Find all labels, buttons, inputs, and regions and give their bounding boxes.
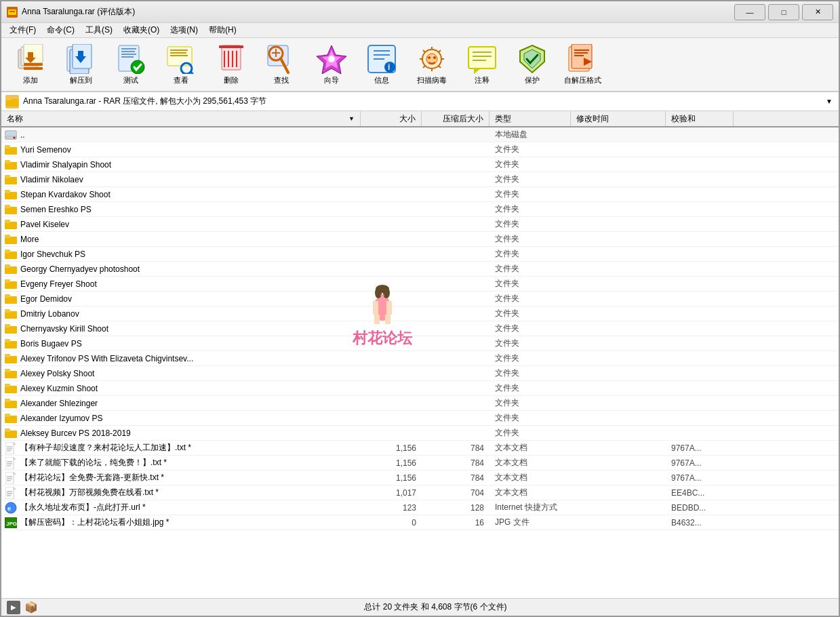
list-item[interactable]: Evgeny Freyer Shoot 文件夹: [1, 277, 839, 292]
status-icon2: 📦: [24, 601, 38, 614]
list-item[interactable]: 【来了就能下载的论坛，纯免费！】.txt * 1,156 784 文本文档 97…: [1, 456, 839, 471]
file-icon: [4, 352, 18, 365]
extract-button[interactable]: 解压到: [57, 41, 104, 87]
file-type: 文件夹: [489, 174, 571, 185]
file-type: 本地磁盘: [489, 129, 571, 140]
list-item[interactable]: Boris Bugaev PS 文件夹: [1, 336, 839, 351]
list-item[interactable]: Chernyavsky Kirill Shoot 文件夹: [1, 321, 839, 336]
file-name: 【有种子却没速度？来村花论坛人工加速】.txt *: [18, 442, 361, 454]
list-item[interactable]: Vladimir Shalyapin Shoot 文件夹: [1, 157, 839, 172]
svg-rect-15: [121, 56, 134, 58]
file-icon: [4, 218, 18, 231]
minimize-button[interactable]: —: [734, 4, 765, 20]
svg-line-52: [439, 50, 441, 52]
file-name: Boris Bugaev PS: [18, 339, 361, 349]
find-label: 查找: [274, 75, 289, 85]
list-item[interactable]: Alexey Kuzmin Shoot 文件夹: [1, 381, 839, 396]
maximize-button[interactable]: □: [768, 4, 799, 20]
list-item[interactable]: Alexander Izyumov PS 文件夹: [1, 411, 839, 426]
list-item[interactable]: Alexander Shlezinger 文件夹: [1, 396, 839, 411]
list-item[interactable]: Georgy Chernyadyev photoshoot 文件夹: [1, 262, 839, 277]
protect-button[interactable]: 保护: [508, 41, 556, 87]
file-type: Internet 快捷方式: [489, 502, 571, 513]
list-item[interactable]: Stepan Kvardakov Shoot 文件夹: [1, 187, 839, 202]
file-icon: [4, 441, 18, 455]
file-type: 文本文档: [489, 487, 571, 498]
list-item[interactable]: Egor Demidov 文件夹: [1, 292, 839, 306]
list-item[interactable]: More 文件夹: [1, 232, 839, 247]
file-name: Yuri Semenov: [18, 145, 361, 155]
list-item[interactable]: 【村花视频】万部视频免费在线看.txt * 1,017 704 文本文档 EE4…: [1, 485, 839, 500]
file-icon: JPG: [4, 516, 18, 530]
col-header-checksum[interactable]: 校验和: [666, 111, 734, 126]
col-header-modified[interactable]: 修改时间: [571, 111, 666, 126]
svg-rect-14: [121, 54, 136, 55]
file-icon: [4, 367, 18, 380]
menu-file[interactable]: 文件(F): [4, 24, 41, 37]
svg-rect-107: [5, 399, 10, 402]
svg-rect-63: [574, 49, 589, 51]
path-dropdown[interactable]: ▼: [824, 96, 835, 107]
list-item[interactable]: Dmitriy Lobanov 文件夹: [1, 306, 839, 321]
status-bar: ▶ 📦 总计 20 文件夹 和 4,608 字节(6 个文件): [1, 598, 839, 616]
file-type: 文件夹: [489, 427, 571, 439]
menu-tools[interactable]: 工具(S): [80, 24, 118, 37]
col-header-size[interactable]: 大小: [361, 111, 422, 126]
list-item[interactable]: .. 本地磁盘: [1, 127, 839, 142]
svg-point-45: [428, 56, 431, 59]
list-item[interactable]: Yuri Semenov 文件夹: [1, 142, 839, 157]
list-item[interactable]: Igor Shevchuk PS 文件夹: [1, 247, 839, 262]
file-name: Stepan Kvardakov Shoot: [18, 190, 361, 199]
list-item[interactable]: Vladimir Nikolaev 文件夹: [1, 172, 839, 187]
comment-button[interactable]: 注释: [458, 41, 506, 87]
svg-rect-95: [5, 309, 10, 313]
svg-rect-75: [5, 160, 10, 163]
file-size: 123: [361, 503, 422, 513]
file-size: 0: [361, 518, 422, 528]
file-icon: [4, 471, 18, 485]
file-name: Dmitriy Lobanov: [18, 309, 361, 319]
file-size: 1,156: [361, 473, 422, 483]
col-header-name[interactable]: 名称 ▼: [1, 111, 361, 126]
menu-options[interactable]: 选项(N): [165, 24, 203, 37]
wizard-button[interactable]: 向导: [308, 41, 355, 87]
list-item[interactable]: e 【永久地址发布页】-点此打开.url * 123 128 Internet …: [1, 500, 839, 515]
col-header-type[interactable]: 类型: [489, 111, 571, 126]
svg-rect-65: [574, 55, 584, 56]
close-button[interactable]: ✕: [802, 4, 833, 20]
file-packed: 16: [422, 518, 489, 528]
file-type: 文件夹: [489, 144, 571, 155]
menu-help[interactable]: 帮助(H): [203, 24, 242, 37]
sfx-button[interactable]: 自解压格式: [559, 41, 606, 87]
list-item[interactable]: 【村花论坛】全免费-无套路-更新快.txt * 1,156 784 文本文档 9…: [1, 471, 839, 485]
list-item[interactable]: 【有种子却没速度？来村花论坛人工加速】.txt * 1,156 784 文本文档…: [1, 441, 839, 456]
file-packed: 784: [422, 458, 489, 468]
list-item[interactable]: Alexey Polsky Shoot 文件夹: [1, 366, 839, 381]
path-text: Anna Tsaralunga.rar - RAR 压缩文件, 解包大小为 29…: [23, 96, 824, 107]
info-button[interactable]: i 信息: [358, 41, 405, 87]
status-icon: ▶: [7, 601, 20, 614]
find-button[interactable]: 查找: [258, 41, 305, 87]
svg-marker-125: [14, 472, 16, 475]
add-button[interactable]: 添加: [7, 41, 54, 87]
svg-rect-124: [5, 472, 14, 484]
list-item[interactable]: Pavel Kiselev 文件夹: [1, 217, 839, 232]
menu-favorites[interactable]: 收藏夹(O): [118, 24, 165, 37]
file-type: 文件夹: [489, 159, 571, 170]
svg-rect-118: [5, 457, 14, 469]
list-item[interactable]: Alexey Trifonov PS With Elizaveta Chigvi…: [1, 351, 839, 366]
svg-line-54: [439, 66, 441, 68]
svg-rect-18: [170, 49, 188, 51]
file-icon: [4, 233, 18, 246]
list-item[interactable]: Semen Ereshko PS 文件夹: [1, 202, 839, 217]
list-item[interactable]: JPG 【解压密码】：上村花论坛看小姐姐.jpg * 0 16 JPG 文件 B…: [1, 515, 839, 530]
file-name: Vladimir Nikolaev: [18, 175, 361, 184]
delete-button[interactable]: 删除: [207, 41, 255, 87]
col-header-packed[interactable]: 压缩后大小: [422, 111, 489, 126]
list-item[interactable]: Aleksey Burcev PS 2018-2019 文件夹: [1, 426, 839, 441]
virus-button[interactable]: 扫描病毒: [408, 41, 456, 87]
sfx-label: 自解压格式: [564, 75, 601, 85]
test-button[interactable]: 测试: [107, 41, 155, 87]
menu-command[interactable]: 命令(C): [41, 24, 80, 37]
file-name: 【村花视频】万部视频免费在线看.txt *: [18, 487, 361, 498]
